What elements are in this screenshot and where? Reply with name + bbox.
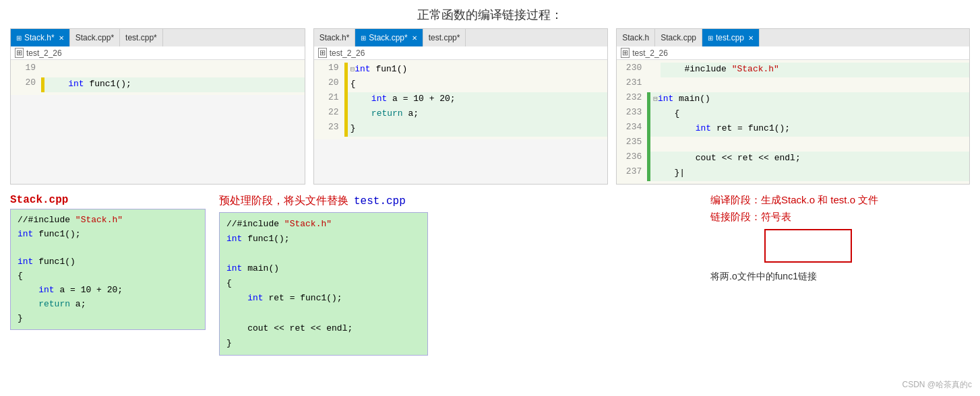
- line-content-19-2: ⊟int fun1(): [348, 63, 608, 77]
- panel1-breadcrumb: ⊞ test_2_26: [11, 46, 305, 60]
- line-content-231: [661, 77, 969, 92]
- tab-label-1: Stack.h*: [24, 33, 55, 42]
- tab-stack-h-2[interactable]: Stack.h*: [314, 29, 356, 46]
- close-icon-3[interactable]: ✕: [748, 34, 754, 42]
- breadcrumb-icon-1: ⊞: [15, 48, 24, 58]
- line-num-19-1: 19: [11, 63, 41, 77]
- link-bottom-text: 将两.o文件中的func1链接: [710, 271, 817, 283]
- line-num-237: 237: [617, 166, 647, 181]
- code-line-233: 233 {: [617, 107, 969, 122]
- code-line-236: 236 cout << ret << endl;: [617, 152, 969, 166]
- page-container: 正常函数的编译链接过程： ⊞ Stack.h* ✕ Stack.cpp* tes…: [0, 0, 980, 396]
- code-line-23-2: 23 }: [314, 122, 608, 137]
- preprocess-code-block: //#include "Stack.h" int func1(); int ma…: [219, 212, 428, 356]
- breadcrumb-text-1: test_2_26: [26, 48, 62, 58]
- line-num-234: 234: [617, 122, 647, 137]
- editor-panel-3: Stack.h Stack.cpp ⊞ test.cpp ✕ ⊞ test_2_…: [616, 28, 970, 185]
- line-content-233: {: [650, 107, 969, 122]
- line-num-20-2: 20: [314, 77, 344, 92]
- line-content-22-2: return a;: [348, 107, 608, 122]
- preprocess-title: 预处理阶段，将头文件替换 test.cpp: [219, 194, 700, 208]
- line-content-232: ⊟int main(): [650, 92, 969, 107]
- breadcrumb-text-3: test_2_26: [632, 48, 668, 58]
- code-line-21-2: 21 int a = 10 + 20;: [314, 92, 608, 107]
- code-line-20-1: 20 int func1();: [11, 77, 305, 92]
- panel3-tabs: Stack.h Stack.cpp ⊞ test.cpp ✕: [617, 29, 969, 46]
- preprocess-label-text: 预处理阶段，将头文件替换: [219, 194, 348, 208]
- tab-stack-cpp-3[interactable]: Stack.cpp: [655, 29, 702, 46]
- stack-cpp-section: Stack.cpp //#include "Stack.h" int func1…: [10, 194, 206, 330]
- gutter-19-1: [41, 63, 52, 77]
- close-icon-1[interactable]: ✕: [59, 34, 64, 42]
- link-text: 链接阶段：符号表: [710, 211, 970, 224]
- tab-label-stack-h-3: Stack.h: [622, 33, 649, 42]
- preprocess-section: 预处理阶段，将头文件替换 test.cpp //#include "Stack.…: [206, 194, 700, 356]
- tab-test-cpp-3[interactable]: ⊞ test.cpp ✕: [702, 29, 760, 46]
- panel2-tabs: Stack.h* ⊞ Stack.cpp* ✕ test.cpp*: [314, 29, 608, 46]
- line-content-20-1: int func1();: [44, 77, 305, 92]
- line-num-21-2: 21: [314, 92, 344, 107]
- tab-icon-1: ⊞: [16, 34, 22, 42]
- line-content-236: cout << ret << endl;: [650, 152, 969, 166]
- tab-label-test-cpp-1: test.cpp*: [125, 33, 157, 42]
- tab-label-test-cpp-2: test.cpp*: [429, 33, 460, 42]
- tab-label-stack-h-2: Stack.h*: [319, 33, 350, 42]
- line-num-230: 230: [617, 63, 647, 77]
- panel3-breadcrumb: ⊞ test_2_26: [617, 46, 969, 60]
- line-content-19-1: [52, 63, 305, 77]
- tab-label-stack-cpp-1: Stack.cpp*: [75, 33, 114, 42]
- code-line-19-2: 19 ⊟int fun1(): [314, 63, 608, 77]
- line-num-235: 235: [617, 137, 647, 152]
- stack-cpp-code-block: //#include "Stack.h" int func1(); int fu…: [10, 209, 206, 330]
- tab-label-test-cpp-3: test.cpp: [716, 33, 744, 42]
- link-symbol-box: [764, 229, 852, 263]
- top-editor-row: ⊞ Stack.h* ✕ Stack.cpp* test.cpp* ⊞ test…: [10, 28, 970, 185]
- line-content-23-2: }: [348, 122, 608, 137]
- bottom-row: Stack.cpp //#include "Stack.h" int func1…: [10, 194, 970, 356]
- tab-test-cpp-1[interactable]: test.cpp*: [120, 29, 163, 46]
- panel1-tabs: ⊞ Stack.h* ✕ Stack.cpp* test.cpp*: [11, 29, 305, 46]
- tab-label-stack-cpp-2: Stack.cpp*: [369, 33, 407, 42]
- line-num-19-2: 19: [314, 63, 344, 77]
- compile-text: 编译阶段：生成Stack.o 和 test.o 文件: [710, 194, 970, 207]
- line-content-234: int ret = func1();: [650, 122, 969, 137]
- breadcrumb-text-2: test_2_26: [330, 48, 365, 58]
- panel2-breadcrumb: ⊞ test_2_26: [314, 46, 608, 60]
- line-content-237: }|: [650, 166, 969, 181]
- line-num-233: 233: [617, 107, 647, 122]
- tab-label-stack-cpp-3: Stack.cpp: [661, 33, 696, 42]
- code-line-20-2: 20 {: [314, 77, 608, 92]
- preprocess-cpp-name: test.cpp: [354, 195, 406, 207]
- code-line-19-1: 19: [11, 63, 305, 77]
- stack-cpp-label: Stack.cpp: [10, 194, 206, 206]
- line-content-235: [650, 137, 969, 152]
- code-line-22-2: 22 return a;: [314, 107, 608, 122]
- tab-test-cpp-2[interactable]: test.cpp*: [423, 29, 466, 46]
- watermark: CSDN @哈茶真的c: [902, 379, 972, 391]
- line-num-22-2: 22: [314, 107, 344, 122]
- tab-stack-h-3[interactable]: Stack.h: [617, 29, 655, 46]
- link-box-area: 将两.o文件中的func1链接: [710, 229, 970, 283]
- editor-panel-2: Stack.h* ⊞ Stack.cpp* ✕ test.cpp* ⊞ test…: [313, 28, 609, 185]
- code-line-235: 235: [617, 137, 969, 152]
- compile-section: 编译阶段：生成Stack.o 和 test.o 文件 链接阶段：符号表 将两.o…: [700, 194, 970, 283]
- line-content-21-2: int a = 10 + 20;: [348, 92, 608, 107]
- line-content-20-2: {: [348, 77, 608, 92]
- editor-panel-1: ⊞ Stack.h* ✕ Stack.cpp* test.cpp* ⊞ test…: [10, 28, 305, 185]
- page-title: 正常函数的编译链接过程：: [10, 7, 970, 23]
- line-num-23-2: 23: [314, 122, 344, 137]
- line-num-236: 236: [617, 152, 647, 166]
- panel1-body: 19 20 int func1();: [11, 60, 305, 95]
- tab-stack-cpp-1[interactable]: Stack.cpp*: [70, 29, 120, 46]
- code-line-232: 232 ⊟int main(): [617, 92, 969, 107]
- breadcrumb-icon-3: ⊞: [621, 48, 630, 58]
- tab-icon-2: ⊞: [361, 34, 366, 42]
- tab-stack-h-1[interactable]: ⊞ Stack.h* ✕: [11, 29, 70, 46]
- close-icon-2[interactable]: ✕: [412, 34, 417, 42]
- line-num-232: 232: [617, 92, 647, 107]
- gutter-231: [647, 77, 661, 92]
- line-num-20-1: 20: [11, 77, 41, 92]
- code-line-237: 237 }|: [617, 166, 969, 181]
- line-content-230: #include "Stack.h": [661, 63, 969, 77]
- tab-stack-cpp-2[interactable]: ⊞ Stack.cpp* ✕: [355, 29, 423, 46]
